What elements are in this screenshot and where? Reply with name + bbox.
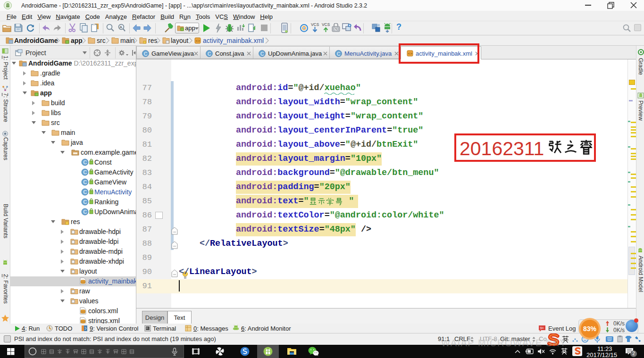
svg-text:C: C (144, 51, 147, 57)
svg-text:C: C (84, 159, 87, 165)
svg-text:<>: <> (82, 320, 85, 324)
svg-text:C: C (84, 209, 87, 215)
svg-text:C: C (84, 189, 87, 195)
svg-text:<>: <> (82, 281, 85, 284)
svg-text:9+: 9+ (540, 326, 544, 330)
svg-text:VCS: VCS (311, 22, 319, 27)
svg-text:A: A (120, 25, 123, 29)
svg-text:VCS: VCS (322, 22, 330, 27)
svg-text:C: C (84, 179, 87, 185)
svg-text:C: C (260, 51, 264, 57)
svg-text:C: C (84, 169, 87, 175)
svg-text:C: C (337, 51, 340, 57)
svg-text:<>: <> (82, 310, 85, 314)
svg-text:C: C (84, 199, 87, 205)
svg-text:<>: <> (195, 39, 200, 43)
svg-text:C: C (208, 51, 211, 57)
